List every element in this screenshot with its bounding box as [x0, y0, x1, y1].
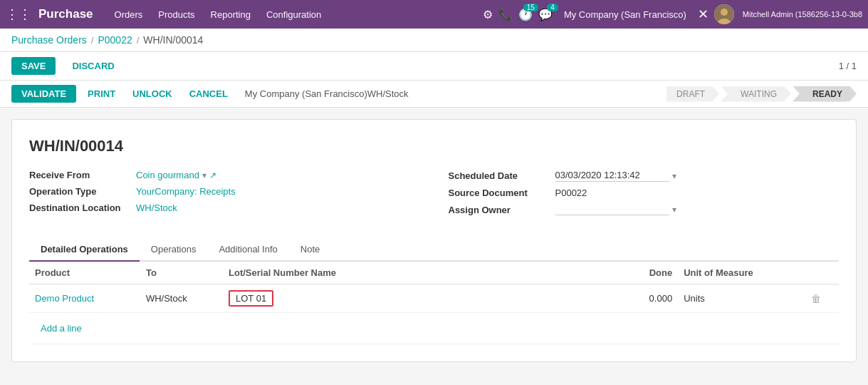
breadcrumb-current: WH/IN/00014 — [143, 34, 203, 46]
uom-cell: Units — [678, 284, 805, 313]
destination-location-group: Destination Location WH/Stock — [29, 202, 420, 213]
save-button[interactable]: SAVE — [11, 57, 56, 75]
status-steps: DRAFT WAITING READY — [666, 86, 857, 102]
main-nav: Orders Products Reporting Configuration — [108, 6, 480, 23]
avatar[interactable] — [714, 4, 734, 24]
lot-cell[interactable]: LOT 01 — [223, 284, 410, 313]
form-left-col: Receive From Coin gourmand ▾ ↗ Operation… — [29, 170, 420, 221]
breadcrumb-p00022[interactable]: P00022 — [98, 34, 132, 46]
nav-products[interactable]: Products — [151, 6, 202, 23]
lot-value[interactable]: LOT 01 — [229, 290, 273, 307]
nav-reporting[interactable]: Reporting — [204, 6, 258, 23]
nav-configuration[interactable]: Configuration — [259, 6, 328, 23]
settings-icon[interactable]: ⚙ — [483, 8, 493, 21]
tab-additional-info[interactable]: Additional Info — [207, 238, 288, 262]
app-title: Purchase — [38, 7, 93, 21]
col-spacer — [410, 262, 624, 284]
record-title: WH/IN/00014 — [29, 137, 839, 155]
tab-detailed-operations[interactable]: Detailed Operations — [29, 238, 140, 262]
source-document-value: P00022 — [555, 188, 587, 198]
destination-location-value[interactable]: WH/Stock — [136, 202, 177, 213]
receive-from-group: Receive From Coin gourmand ▾ ↗ — [29, 170, 420, 180]
company-selector[interactable]: My Company (San Francisco) — [564, 9, 686, 20]
operation-type-label: Operation Type — [29, 186, 136, 197]
cancel-button[interactable]: CANCEL — [184, 85, 234, 103]
col-actions — [805, 262, 839, 284]
receive-from-arrow[interactable]: ▾ — [202, 170, 206, 180]
destination-location-label: Destination Location — [29, 202, 136, 213]
breadcrumb-purchase-orders[interactable]: Purchase Orders — [11, 34, 87, 46]
record-card: WH/IN/00014 Receive From Coin gourmand ▾… — [11, 119, 857, 362]
spacer-cell — [410, 284, 624, 313]
action-bar: SAVE DISCARD 1 / 1 — [0, 52, 868, 81]
phone-icon[interactable]: 📞 — [498, 8, 513, 21]
scheduled-date-value[interactable]: 03/03/2020 12:13:42 — [555, 170, 669, 182]
table-header-row: Product To Lot/Serial Number Name Done U… — [29, 262, 839, 284]
source-document-group: Source Document P00022 — [449, 188, 840, 198]
toolbar: VALIDATE PRINT UNLOCK CANCEL My Company … — [0, 81, 868, 108]
svg-point-1 — [721, 9, 728, 16]
form-row: Receive From Coin gourmand ▾ ↗ Operation… — [29, 170, 839, 221]
receive-from-label: Receive From — [29, 170, 136, 180]
scheduled-date-label: Scheduled Date — [449, 170, 555, 181]
col-product: Product — [29, 262, 140, 284]
form-right-col: Scheduled Date 03/03/2020 12:13:42 ▾ Sou… — [449, 170, 840, 221]
pagination: 1 / 1 — [839, 61, 857, 71]
operation-type-group: Operation Type YourCompany: Receipts — [29, 186, 420, 197]
location-label: My Company (San Francisco)WH/Stock — [245, 88, 409, 99]
col-done: Done — [624, 262, 678, 284]
scheduled-date-arrow[interactable]: ▾ — [672, 171, 676, 181]
status-ready: READY — [793, 86, 857, 102]
main-content: WH/IN/00014 Receive From Coin gourmand ▾… — [0, 108, 868, 374]
assign-owner-group: Assign Owner ▾ — [449, 204, 840, 215]
breadcrumb: Purchase Orders / P00022 / WH/IN/00014 — [0, 29, 868, 52]
col-lot: Lot/Serial Number Name — [223, 262, 410, 284]
scheduled-date-group: Scheduled Date 03/03/2020 12:13:42 ▾ — [449, 170, 840, 182]
discard-button[interactable]: DISCARD — [61, 56, 125, 76]
tabs: Detailed Operations Operations Additiona… — [29, 238, 839, 262]
receive-from-value[interactable]: Coin gourmand — [136, 170, 199, 180]
nav-right-icons: ⚙ 📞 🕐15 💬4 My Company (San Francisco) ✕ … — [483, 4, 862, 24]
to-cell: WH/Stock — [140, 284, 223, 313]
operation-type-value[interactable]: YourCompany: Receipts — [136, 186, 236, 197]
add-line-cell: Add a line — [29, 313, 839, 344]
source-document-label: Source Document — [449, 188, 555, 198]
detailed-operations-table: Product To Lot/Serial Number Name Done U… — [29, 262, 839, 344]
print-button[interactable]: PRINT — [82, 85, 121, 103]
breadcrumb-sep-1: / — [91, 35, 94, 46]
table-row: Demo Product WH/Stock LOT 01 0.000 Units… — [29, 284, 839, 313]
grid-icon[interactable]: ⋮⋮ — [6, 6, 31, 22]
chat-badge: 4 — [547, 4, 558, 11]
unlock-button[interactable]: UNLOCK — [127, 85, 178, 103]
scheduled-date-input-row: 03/03/2020 12:13:42 ▾ — [555, 170, 676, 182]
status-waiting: WAITING — [721, 86, 791, 102]
assign-owner-arrow[interactable]: ▾ — [672, 205, 676, 215]
delete-cell[interactable]: 🗑 — [805, 284, 839, 313]
assign-owner-label: Assign Owner — [449, 205, 555, 215]
clock-badge: 15 — [523, 4, 538, 11]
top-navigation: ⋮⋮ Purchase Orders Products Reporting Co… — [0, 0, 868, 29]
clock-icon[interactable]: 🕐15 — [518, 8, 533, 21]
delete-icon[interactable]: 🗑 — [811, 293, 821, 304]
user-name: Mitchell Admin (1586256-13-0-3b8 — [743, 10, 862, 19]
status-draft: DRAFT — [666, 86, 719, 102]
close-icon[interactable]: ✕ — [698, 6, 708, 22]
validate-button[interactable]: VALIDATE — [11, 85, 76, 103]
col-uom: Unit of Measure — [678, 262, 805, 284]
nav-orders[interactable]: Orders — [108, 6, 150, 23]
chat-icon[interactable]: 💬4 — [538, 8, 553, 21]
breadcrumb-sep-2: / — [137, 35, 140, 46]
tab-operations[interactable]: Operations — [140, 238, 208, 262]
tab-note[interactable]: Note — [289, 238, 331, 262]
col-to: To — [140, 262, 223, 284]
add-line-button[interactable]: Add a line — [35, 319, 88, 338]
receive-from-input-row: Coin gourmand ▾ ↗ — [136, 170, 216, 180]
assign-owner-input-row: ▾ — [555, 204, 676, 215]
receive-from-ext-link[interactable]: ↗ — [209, 170, 216, 180]
product-cell[interactable]: Demo Product — [29, 284, 140, 313]
add-line-row: Add a line — [29, 313, 839, 344]
done-cell: 0.000 — [624, 284, 678, 313]
